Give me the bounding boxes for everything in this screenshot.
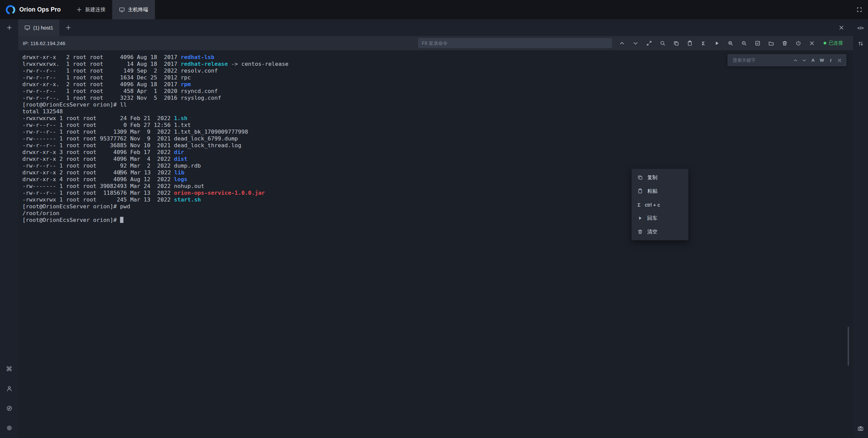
brand: Orion Ops Pro <box>0 0 70 19</box>
paste-icon[interactable] <box>685 39 694 47</box>
terminal-line: [root@OrionEcsServer orion]# ll <box>22 101 853 108</box>
brand-title: Orion Ops Pro <box>19 6 61 13</box>
context-menu: 复制粘贴Σctrl + c回车清空 <box>632 169 688 240</box>
nav-new-connection-label: 新建连接 <box>85 6 105 13</box>
work-area: ⌘ (1) host1 IP: 116.62.194.246 Σ 已连接 <box>0 19 868 438</box>
sigma-icon[interactable]: Σ <box>699 39 708 47</box>
code-icon[interactable]: </> <box>856 23 865 32</box>
tab-host1-label: (1) host1 <box>33 25 53 31</box>
terminal-line: -rw-r--r-- 1 root root 1634 Dec 25 2012 … <box>22 74 853 81</box>
terminal-line: -rw------- 1 root root 95377762 Nov 9 20… <box>22 135 853 142</box>
right-rail: </> <box>853 19 868 438</box>
chevron-up-icon[interactable] <box>617 39 626 47</box>
menu-item-copy[interactable]: 复制 <box>632 171 688 184</box>
terminal-line: drwxr-xr-x 3 root root 4096 Feb 17 2022 … <box>22 149 853 156</box>
nav-new-connection[interactable]: 新建连接 <box>70 0 112 19</box>
power-icon[interactable] <box>794 39 803 47</box>
command-icon[interactable]: ⌘ <box>4 364 14 374</box>
new-terminal-button[interactable] <box>5 23 14 32</box>
terminal-line: -rw-r--r-- 1 root root 1309 Mar 9 2022 1… <box>22 129 853 135</box>
left-rail-icons: ⌘ <box>4 364 14 438</box>
tab-host1[interactable]: (1) host1 <box>18 19 59 36</box>
terminal-line: drwxr-xr-x 2 root root 4096 Mar 13 2022 … <box>22 169 853 176</box>
letter-I-icon[interactable]: I <box>827 57 834 64</box>
toolbar-icons: Σ <box>617 39 816 47</box>
terminal[interactable]: drwxr-xr-x 2 root root 4096 Aug 18 2017 … <box>18 50 853 438</box>
menu-item-label: ctrl + c <box>645 202 660 208</box>
camera-icon[interactable] <box>856 424 865 433</box>
terminal-line: -rw-r--r-- 1 root root 0 Feb 27 12:56 1.… <box>22 122 853 129</box>
chevron-up-icon[interactable] <box>792 57 799 64</box>
terminal-line: -rw-r--r-- 1 root root 92 Mar 2 2022 dum… <box>22 163 853 169</box>
plus-icon <box>76 7 82 13</box>
terminal-search: AWI <box>728 54 846 66</box>
check-square-icon[interactable] <box>753 39 762 47</box>
search-input[interactable] <box>732 57 792 63</box>
copy-icon[interactable] <box>672 39 680 47</box>
compass-icon[interactable] <box>4 403 14 413</box>
chevron-down-icon[interactable] <box>801 57 808 64</box>
menu-item-label: 回车 <box>647 215 657 222</box>
zoom-in-icon[interactable] <box>726 39 735 47</box>
command-input[interactable] <box>418 38 612 48</box>
terminal-line: -rwxrwxrwx 1 root root 245 Mar 13 2022 s… <box>22 196 853 203</box>
terminal-cursor <box>120 217 123 223</box>
monitor-icon <box>119 7 125 13</box>
brand-logo-icon <box>5 5 16 15</box>
user-icon[interactable] <box>4 384 14 393</box>
terminal-line: total 132548 <box>22 108 853 115</box>
sigma-icon: Σ <box>637 202 640 207</box>
terminal-line: drwxr-xr-x. 2 root root 4096 Aug 18 2017… <box>22 81 853 88</box>
terminal-line: -rw-r--r-- 1 root root 1185676 Mar 13 20… <box>22 190 853 196</box>
letter-A-icon[interactable]: A <box>809 57 817 64</box>
chevron-down-icon[interactable] <box>631 39 640 47</box>
fullscreen-icon[interactable] <box>855 5 864 14</box>
terminal-line: drwxr-xr-x 2 root root 4096 Mar 4 2022 d… <box>22 156 853 163</box>
terminal-output: drwxr-xr-x 2 root root 4096 Aug 18 2017 … <box>18 50 853 224</box>
monitor-icon <box>24 25 30 31</box>
status-dot-icon <box>824 42 826 44</box>
zoom-out-icon[interactable] <box>739 39 748 47</box>
menu-item-paste[interactable]: 粘贴 <box>632 184 688 198</box>
close-icon[interactable] <box>807 39 816 47</box>
close-icon[interactable] <box>836 57 843 64</box>
terminal-line: -rw-r--r--. 1 root root 3232 Nov 5 2016 … <box>22 95 853 101</box>
expand-icon[interactable] <box>645 39 653 47</box>
terminal-line: [root@OrionEcsServer orion]# <box>22 217 853 224</box>
paste-icon <box>637 188 643 194</box>
play-icon[interactable] <box>712 39 721 47</box>
search-icon[interactable] <box>658 39 667 47</box>
connection-status-label: 已连接 <box>829 40 843 46</box>
terminal-line: -rw-r--r-- 1 root root 149 Sep 2 2022 re… <box>22 68 853 74</box>
topbar-right <box>855 0 868 19</box>
topbar: Orion Ops Pro 新建连接 主机终端 <box>0 0 868 19</box>
gear-icon[interactable] <box>4 423 14 433</box>
menu-item-label: 粘贴 <box>647 188 657 194</box>
terminal-scrollbar[interactable] <box>848 327 849 366</box>
terminal-line: -rw-r--r-- 1 root root 458 Apr 1 2020 rs… <box>22 88 853 95</box>
terminal-line: drwxr-xr-x 4 root root 4096 Aug 12 2022 … <box>22 176 853 183</box>
copy-icon <box>637 175 643 180</box>
trash-icon <box>637 229 643 234</box>
terminal-line: -rw-r--r-- 1 root root 36885 Nov 10 2021… <box>22 142 853 149</box>
menu-item-play[interactable]: 回车 <box>632 211 688 225</box>
menu-item-trash[interactable]: 清空 <box>632 225 688 239</box>
menu-item-sigma[interactable]: Σctrl + c <box>632 198 688 211</box>
add-tab-button[interactable] <box>64 23 73 32</box>
nav-host-terminal[interactable]: 主机终端 <box>112 0 155 19</box>
letter-W-icon[interactable]: W <box>818 57 826 64</box>
app-window: Orion Ops Pro 新建连接 主机终端 ⌘ (1) host1 <box>0 0 868 438</box>
tabbar: (1) host1 <box>18 19 853 36</box>
close-icon[interactable] <box>837 23 846 32</box>
terminal-line: -rw------- 1 root root 39082493 Mar 24 2… <box>22 183 853 190</box>
terminal-line: /root/orion <box>22 210 853 217</box>
terminal-line: [root@OrionEcsServer orion]# pwd <box>22 203 853 210</box>
folder-icon[interactable] <box>767 39 775 47</box>
swap-vertical-icon[interactable] <box>856 39 865 48</box>
play-icon <box>637 215 643 221</box>
menu-item-label: 复制 <box>647 174 657 181</box>
search-icons: AWI <box>792 57 843 64</box>
terminal-panel: (1) host1 IP: 116.62.194.246 Σ 已连接 drwxr… <box>18 19 853 438</box>
left-rail: ⌘ <box>0 19 18 438</box>
trash-icon[interactable] <box>780 39 789 47</box>
